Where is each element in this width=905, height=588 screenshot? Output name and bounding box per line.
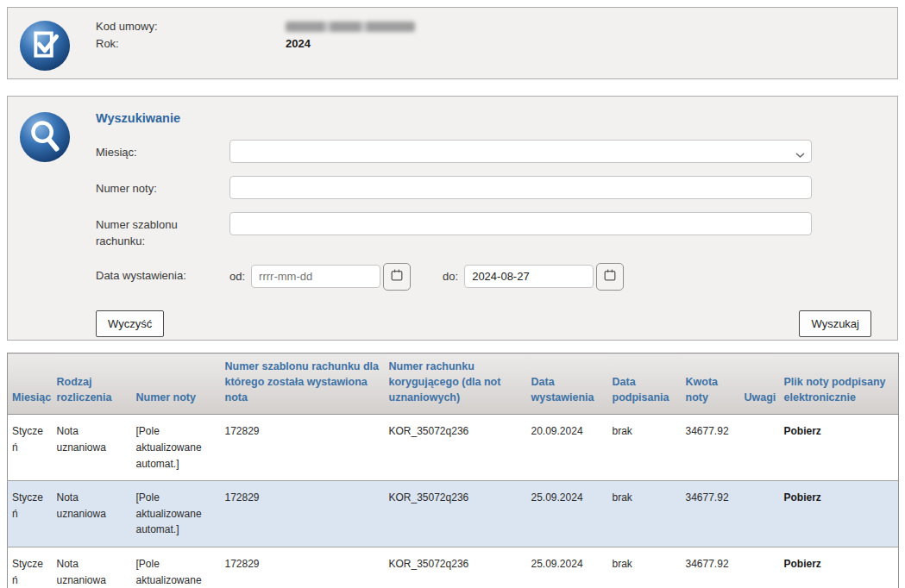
- issue-date-controls: od: do:: [229, 263, 624, 291]
- note-number-field-row: Numer noty:: [96, 176, 871, 199]
- download-link[interactable]: Pobierz: [784, 491, 821, 504]
- table-row[interactable]: Styczeń Nota uznaniowa [Pole aktualizowa…: [8, 415, 899, 481]
- template-number-label: Numer szablonu rachunku:: [96, 212, 229, 250]
- issue-date-label: Data wystawienia:: [96, 263, 229, 291]
- cell-kwota-noty: 34677.92: [682, 415, 740, 481]
- cell-numer-noty: [Pole aktualizowane automat.]: [132, 481, 221, 547]
- note-number-input[interactable]: [229, 176, 812, 199]
- contract-info: Kod umowy: Rok: 2024: [96, 16, 415, 53]
- calendar-icon: [603, 268, 617, 285]
- col-header-plik-noty: Plik noty podpisany elektronicznie: [780, 353, 899, 415]
- month-select[interactable]: [229, 140, 812, 163]
- download-link[interactable]: Pobierz: [784, 425, 821, 437]
- col-header-rodzaj-rozliczenia: Rodzaj rozliczenia: [53, 353, 132, 415]
- cell-numer-rachunku-koryg: KOR_35072q236: [385, 415, 527, 481]
- clear-button[interactable]: Wyczyść: [96, 310, 164, 337]
- template-number-input[interactable]: [229, 212, 812, 235]
- cell-data-wystawienia: 25.09.2024: [527, 481, 608, 547]
- cell-kwota-noty: 34677.92: [682, 547, 740, 588]
- cell-uwagi: [740, 415, 780, 481]
- page: Kod umowy: Rok: 2024: [0, 0, 905, 588]
- note-number-label: Numer noty:: [96, 176, 229, 199]
- month-field-row: Miesiąc:: [96, 140, 871, 163]
- cell-data-wystawienia: 20.09.2024: [527, 415, 608, 481]
- cell-data-podpisania: brak: [608, 547, 682, 588]
- template-number-control: [229, 212, 812, 250]
- cell-data-podpisania: brak: [608, 481, 682, 547]
- contract-code-label: Kod umowy:: [96, 18, 286, 35]
- date-from-label: od:: [229, 270, 245, 283]
- notes-table: Miesiąc Rodzaj rozliczenia Numer noty Nu…: [7, 353, 899, 588]
- note-number-control: [229, 176, 812, 199]
- cell-miesiac: Styczeń: [8, 481, 53, 547]
- template-number-field-row: Numer szablonu rachunku:: [96, 212, 871, 250]
- cell-numer-noty: [Pole aktualizowane automat.]: [132, 547, 221, 588]
- contract-code-redacted-value: [286, 22, 415, 32]
- search-form: Wyszukiwanie Miesiąc: Numer noty: Numer …: [96, 108, 871, 337]
- table-row-selected[interactable]: Styczeń Nota uznaniowa [Pole aktualizowa…: [8, 481, 899, 547]
- col-header-miesiac: Miesiąc: [8, 353, 53, 415]
- cell-rodzaj-rozliczenia: Nota uznaniowa: [53, 547, 132, 588]
- document-check-icon: [18, 19, 72, 72]
- cell-uwagi: [740, 547, 780, 588]
- col-header-numer-rachunku-koryg: Numer rachunku korygującego (dla not uzn…: [385, 353, 527, 415]
- date-to-label: do:: [443, 270, 458, 283]
- cell-miesiac: Styczeń: [8, 415, 53, 481]
- date-to-input[interactable]: [464, 265, 594, 288]
- cell-data-podpisania: brak: [608, 415, 682, 481]
- month-select-wrap: [229, 140, 812, 163]
- cell-plik: Pobierz: [780, 415, 899, 481]
- table-header-row: Miesiąc Rodzaj rozliczenia Numer noty Nu…: [8, 353, 899, 415]
- search-button[interactable]: Wyszukaj: [799, 310, 871, 337]
- search-buttons-row: Wyczyść Wyszukaj: [96, 310, 871, 337]
- year-row: Rok: 2024: [96, 35, 415, 53]
- date-from-input[interactable]: [251, 265, 380, 288]
- year-label: Rok:: [96, 35, 286, 53]
- cell-plik: Pobierz: [780, 481, 899, 547]
- table-row[interactable]: Styczeń Nota uznaniowa [Pole aktualizowa…: [8, 547, 899, 588]
- cell-uwagi: [740, 481, 780, 547]
- col-header-data-wystawienia: Data wystawienia: [527, 353, 608, 415]
- col-header-numer-noty: Numer noty: [132, 353, 221, 415]
- cell-kwota-noty: 34677.92: [682, 481, 740, 547]
- cell-plik: Pobierz: [780, 547, 899, 588]
- search-panel: Wyszukiwanie Miesiąc: Numer noty: Numer …: [7, 96, 898, 341]
- cell-rodzaj-rozliczenia: Nota uznaniowa: [53, 415, 132, 481]
- cell-numer-rachunku-koryg: KOR_35072q236: [385, 547, 527, 588]
- cell-numer-szablonu: 172829: [221, 547, 385, 588]
- cell-data-wystawienia: 25.09.2024: [527, 547, 608, 588]
- cell-miesiac: Styczeń: [8, 547, 53, 588]
- col-header-data-podpisania: Data podpisania: [608, 353, 682, 415]
- cell-numer-szablonu: 172829: [221, 415, 385, 481]
- download-link[interactable]: Pobierz: [784, 558, 821, 570]
- year-value: 2024: [286, 35, 311, 53]
- cell-numer-rachunku-koryg: KOR_35072q236: [385, 481, 527, 547]
- magnifier-icon: [18, 110, 72, 164]
- col-header-numer-szablonu: Numer szablonu rachunku dla którego zost…: [221, 353, 385, 415]
- search-title: Wyszukiwanie: [96, 111, 871, 125]
- date-to-calendar-button[interactable]: [596, 263, 624, 291]
- col-header-uwagi: Uwagi: [740, 353, 780, 415]
- cell-rodzaj-rozliczenia: Nota uznaniowa: [53, 481, 132, 547]
- month-label: Miesiąc:: [96, 140, 229, 163]
- cell-numer-szablonu: 172829: [221, 481, 385, 547]
- issue-date-field-row: Data wystawienia: od:: [96, 263, 871, 291]
- contract-code-row: Kod umowy:: [96, 18, 415, 35]
- calendar-icon: [390, 268, 404, 285]
- date-from-calendar-button[interactable]: [383, 263, 411, 291]
- contract-info-panel: Kod umowy: Rok: 2024: [7, 7, 898, 79]
- col-header-kwota-noty: Kwota noty: [682, 353, 740, 415]
- cell-numer-noty: [Pole aktualizowane automat.]: [132, 415, 221, 481]
